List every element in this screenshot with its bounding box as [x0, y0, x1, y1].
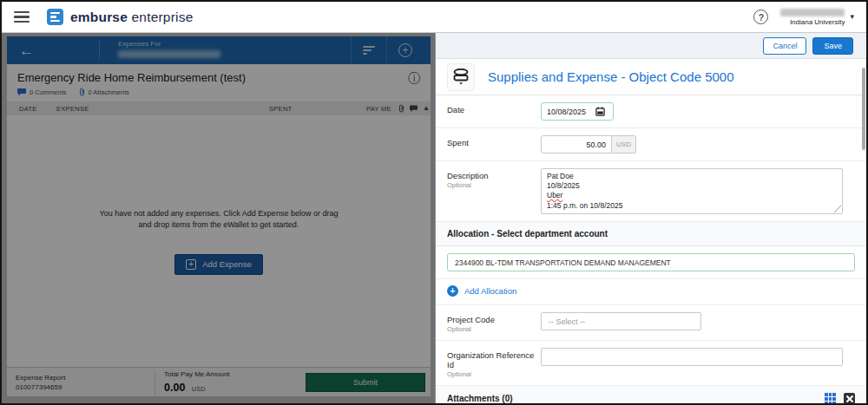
attachments-section-header: Attachments (0)	[436, 386, 866, 405]
currency-addon: USD	[612, 135, 636, 154]
date-input[interactable]	[547, 108, 589, 116]
allocation-section-header: Allocation - Select department account	[436, 222, 866, 246]
date-label: Date	[447, 105, 541, 114]
description-textarea[interactable]: Pat Doe 10/8/2025 Uber 1:45 p.m. on 10/8…	[541, 168, 843, 214]
description-line-misspelled: Uber	[547, 191, 562, 199]
allocation-input[interactable]	[447, 253, 855, 271]
brand-secondary: enterprise	[132, 10, 194, 24]
expense-report-panel: ← Expenses For +	[2, 33, 435, 403]
cancel-button[interactable]: Cancel	[763, 37, 806, 55]
expand-icon[interactable]	[844, 393, 855, 404]
calendar-icon[interactable]	[595, 107, 605, 116]
spent-row: Spent USD	[436, 128, 866, 161]
attachments-header-label: Attachments (0)	[447, 394, 513, 403]
user-organization: Indiana University	[790, 18, 845, 26]
org-reference-input[interactable]	[541, 348, 843, 366]
app-window: emburse enterprise ? Indiana University …	[0, 0, 868, 405]
caret-down-icon: ▾	[459, 81, 462, 86]
expense-type-stack-icon	[452, 69, 470, 82]
emburse-logo-icon	[47, 9, 63, 25]
brand-name: emburse enterprise	[70, 10, 193, 25]
entry-action-bar: Cancel Save	[436, 33, 866, 59]
expense-entry-panel: Cancel Save ▾ Supplies and Expense - Obj…	[435, 33, 866, 403]
hamburger-menu-icon[interactable]	[14, 11, 30, 23]
project-code-row: Project Code Optional -- Select --	[436, 305, 866, 341]
chevron-down-icon: ▾	[850, 13, 854, 21]
modal-dim-overlay	[2, 33, 435, 403]
org-reference-label: Organization Reference Id	[447, 350, 541, 369]
description-line: Pat Doe	[547, 172, 837, 181]
expense-type-button[interactable]: ▾	[447, 63, 475, 91]
description-line: 1:45 p.m. on 10/8/2025	[547, 201, 837, 211]
add-allocation-label: Add Allocation	[464, 286, 516, 296]
spent-label: Spent	[447, 138, 541, 147]
allocation-row	[436, 246, 866, 280]
grid-view-icon[interactable]	[825, 393, 836, 404]
project-code-optional: Optional	[447, 325, 541, 333]
textarea-resize-handle[interactable]	[834, 206, 841, 212]
project-code-label: Project Code	[447, 315, 541, 324]
description-optional: Optional	[447, 181, 541, 189]
top-bar: emburse enterprise ? Indiana University …	[2, 2, 866, 33]
user-menu[interactable]: Indiana University ▾	[780, 9, 854, 26]
scrollbar-thumb[interactable]	[862, 68, 865, 150]
date-row: Date	[436, 95, 866, 128]
project-code-select[interactable]: -- Select --	[541, 312, 701, 330]
plus-circle-icon: +	[447, 285, 458, 297]
save-button[interactable]: Save	[812, 37, 853, 55]
user-name-redacted	[780, 9, 845, 16]
description-row: Description Optional Pat Doe 10/8/2025 U…	[436, 161, 866, 222]
spent-input[interactable]	[541, 135, 612, 154]
emburse-logo: emburse enterprise	[47, 9, 193, 25]
help-icon[interactable]: ?	[753, 10, 768, 24]
description-label: Description	[447, 171, 541, 180]
org-reference-row: Organization Reference Id Optional	[436, 341, 866, 386]
date-field[interactable]	[541, 102, 614, 121]
expense-type-title: Supplies and Expense - Object Code 5000	[488, 69, 734, 84]
brand-primary: emburse	[70, 10, 128, 24]
description-line: 10/8/2025	[547, 181, 837, 191]
add-allocation-button[interactable]: + Add Allocation	[436, 279, 866, 305]
org-reference-optional: Optional	[447, 370, 541, 378]
